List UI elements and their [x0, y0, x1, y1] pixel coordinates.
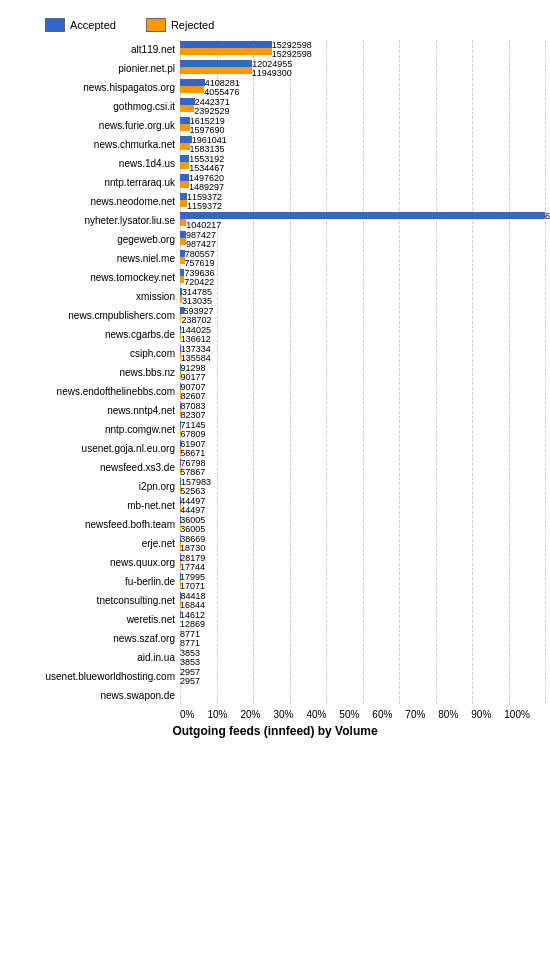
grid-line	[545, 173, 546, 191]
grid-line	[290, 97, 291, 115]
grid-line	[290, 154, 291, 172]
grid-line	[399, 591, 400, 609]
grid-line	[545, 686, 546, 704]
bars-wrapper: 1461212869	[180, 610, 545, 628]
grid-line	[545, 116, 546, 134]
row-label: tnetconsulting.net	[5, 595, 180, 606]
grid-line	[509, 553, 510, 571]
grid-line	[545, 230, 546, 248]
grid-line	[436, 325, 437, 343]
grid-line	[326, 154, 327, 172]
grid-line	[545, 306, 546, 324]
grid-line	[509, 192, 510, 210]
grid-line	[363, 40, 364, 58]
table-row: news.hispagatos.org41082814055476	[5, 78, 545, 96]
bars-wrapper: 1799517071	[180, 572, 545, 590]
grid-line	[290, 591, 291, 609]
table-row: news.neodome.net11593721159372	[5, 192, 545, 210]
grid-line	[472, 686, 473, 704]
grid-line	[399, 477, 400, 495]
grid-line	[436, 268, 437, 286]
grid-line	[217, 553, 218, 571]
grid-line	[509, 420, 510, 438]
grid-line	[472, 382, 473, 400]
bar-value-rejected: 12869	[180, 619, 205, 629]
grid-line	[290, 230, 291, 248]
bar-accepted	[180, 79, 205, 86]
chart-area: alt119.net1529259815292598pionier.net.pl…	[5, 40, 545, 705]
grid-line	[509, 515, 510, 533]
grid-line	[472, 553, 473, 571]
grid-line	[509, 78, 510, 96]
grid-line	[290, 306, 291, 324]
bars-wrapper: 593927238702	[180, 306, 545, 324]
x-axis-label: 20%	[240, 709, 260, 720]
x-axis-label: 10%	[207, 709, 227, 720]
bars-wrapper: 780557757619	[180, 249, 545, 267]
grid-line	[545, 287, 546, 305]
grid-line	[436, 363, 437, 381]
grid-line	[253, 420, 254, 438]
table-row: news.chmurka.net19610411583135	[5, 135, 545, 153]
bar-value-rejected: 2392529	[194, 106, 229, 116]
grid-line	[217, 401, 218, 419]
row-label: news.neodome.net	[5, 196, 180, 207]
grid-line	[545, 344, 546, 362]
bars-wrapper: 137334135584	[180, 344, 545, 362]
grid-line	[217, 306, 218, 324]
grid-line	[509, 306, 510, 324]
table-row: erje.net3866918730	[5, 534, 545, 552]
bars-wrapper: 739636720422	[180, 268, 545, 286]
grid-line	[326, 306, 327, 324]
grid-line	[253, 477, 254, 495]
grid-line	[363, 287, 364, 305]
grid-line	[509, 439, 510, 457]
bar-value-rejected: 52563	[180, 486, 205, 496]
grid-line	[399, 420, 400, 438]
grid-line	[290, 78, 291, 96]
grid-line	[399, 192, 400, 210]
row-label: news.1d4.us	[5, 158, 180, 169]
grid-line	[326, 496, 327, 514]
row-label: usenet.blueworldhosting.com	[5, 671, 180, 682]
legend-rejected-box	[146, 18, 166, 32]
table-row: news.niel.me780557757619	[5, 249, 545, 267]
grid-line	[326, 534, 327, 552]
bars-wrapper: 7679857867	[180, 458, 545, 476]
grid-line	[436, 78, 437, 96]
x-axis-label: 60%	[372, 709, 392, 720]
bars-wrapper: 87718771	[180, 629, 545, 647]
bar-value-rejected: 1583135	[190, 144, 225, 154]
legend-accepted: Accepted	[45, 18, 116, 32]
table-row: news.quux.org2817917744	[5, 553, 545, 571]
grid-line	[545, 629, 546, 647]
grid-line	[253, 591, 254, 609]
grid-line	[326, 610, 327, 628]
grid-line	[217, 382, 218, 400]
grid-line	[545, 648, 546, 666]
row-label: news.nntp4.net	[5, 405, 180, 416]
grid-line	[363, 154, 364, 172]
grid-line	[472, 667, 473, 685]
grid-line	[509, 686, 510, 704]
row-label: weretis.net	[5, 614, 180, 625]
grid-line	[363, 534, 364, 552]
grid-line	[363, 135, 364, 153]
grid-line	[217, 363, 218, 381]
grid-line	[509, 591, 510, 609]
row-label: nyheter.lysator.liu.se	[5, 215, 180, 226]
grid-line	[472, 268, 473, 286]
grid-line	[290, 629, 291, 647]
grid-line	[545, 515, 546, 533]
grid-line	[290, 686, 291, 704]
bars-wrapper: 38533853	[180, 648, 545, 666]
bars-wrapper	[180, 686, 545, 704]
grid-line	[290, 344, 291, 362]
grid-line	[436, 401, 437, 419]
grid-line	[509, 667, 510, 685]
grid-line	[363, 477, 364, 495]
grid-line	[363, 344, 364, 362]
grid-line	[472, 116, 473, 134]
grid-line	[436, 610, 437, 628]
grid-line	[363, 686, 364, 704]
